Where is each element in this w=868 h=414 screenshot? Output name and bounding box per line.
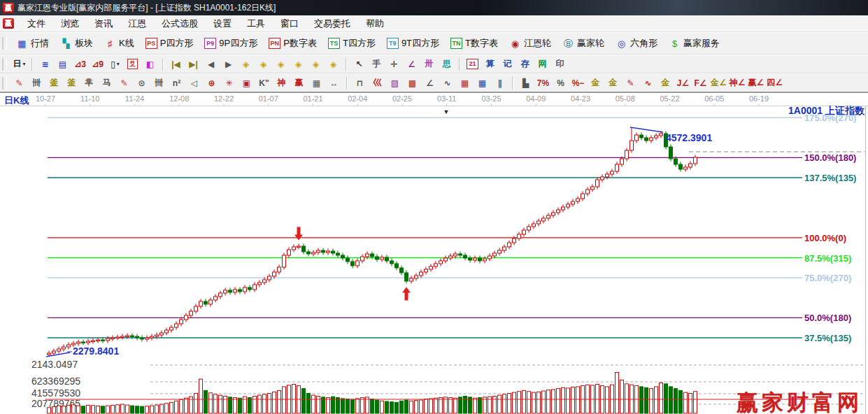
go-next-button[interactable]: ▶ [220, 57, 236, 72]
shen-grid-icon[interactable]: 神 [273, 76, 290, 91]
spiral-icon[interactable]: 马 [99, 76, 115, 91]
grid-target-icon[interactable]: ▣ [239, 76, 255, 91]
toolbar-hexagon[interactable]: ◎六角形 [610, 35, 663, 52]
gold-underline-icon[interactable]: 金 [657, 76, 674, 91]
chart-pane[interactable]: 10-2711-1011-2412-0812-2201-0701-2102-04… [0, 92, 868, 414]
win-grid-icon[interactable]: 赢 [291, 76, 307, 91]
menu-item-设置[interactable]: 设置 [206, 17, 239, 30]
go-prev-button[interactable]: ◀ [203, 57, 219, 72]
j-angle-icon[interactable]: J∠ [675, 76, 691, 91]
candle-style-dropdown[interactable]: ▯▾ [107, 57, 123, 72]
circle-target-icon[interactable]: ⊕ [204, 76, 220, 91]
diamond-compress-button[interactable]: ◈ [290, 57, 306, 72]
gold-line-icon[interactable]: 金 [605, 76, 621, 91]
angle-measure-icon[interactable]: ∠ [404, 57, 420, 72]
export-icon[interactable]: 网 [534, 57, 550, 72]
menu-item-江恩[interactable]: 江恩 [120, 17, 154, 30]
menu-item-窗口[interactable]: 窗口 [273, 17, 306, 30]
notes-icon[interactable]: 记 [499, 57, 515, 72]
fan-lines-icon[interactable]: 巛 [369, 76, 385, 91]
freehand-icon[interactable]: ≋ [37, 57, 53, 72]
n2-icon[interactable]: n² [169, 76, 185, 91]
f-ruler-icon[interactable]: 芈 [81, 76, 97, 91]
toolbar-p-square[interactable]: PSP四方形 [140, 35, 199, 52]
menu-item-文件[interactable]: 文件 [20, 17, 53, 30]
pattern-box-icon[interactable]: 爻 [124, 57, 141, 72]
save-icon[interactable]: 存 [517, 57, 533, 72]
gold-angle-icon[interactable]: 金∠ [710, 76, 727, 91]
tsquare-icon[interactable]: ⊓ [352, 76, 368, 91]
cursor-arrow-icon[interactable]: ↖ [351, 57, 367, 72]
brain-icon[interactable]: 思 [439, 57, 455, 72]
shen-angle-icon[interactable]: 神∠ [729, 76, 746, 91]
period-dropdown[interactable]: 日▾ [11, 57, 27, 72]
menu-item-帮助[interactable]: 帮助 [358, 17, 392, 30]
title-bar[interactable]: 赢 赢家江恩专业版[赢家内部服务平台] - [上证指数 SH1A0001-162… [0, 0, 868, 15]
ticks-icon[interactable]: 卌 [151, 76, 167, 91]
wave-icon[interactable]: ∿ [439, 76, 455, 91]
toolbar-quotes[interactable]: ▦行情 [10, 35, 55, 52]
toolbar-grip[interactable] [2, 58, 7, 71]
menu-item-交易委托[interactable]: 交易委托 [306, 17, 358, 30]
toolbar-grip[interactable] [2, 37, 7, 50]
percent-icon[interactable]: % [553, 76, 569, 91]
diamond-star-button[interactable]: ◈ [308, 57, 324, 72]
toolbar-winner-service[interactable]: $赢家服务 [663, 35, 725, 52]
draw-pencil-icon[interactable]: ✎ [11, 76, 27, 91]
grid-red-icon[interactable]: ▦ [457, 76, 473, 91]
four-angle-icon[interactable]: 四∠ [766, 76, 783, 91]
box-fan-icon[interactable]: ▨ [387, 76, 403, 91]
memo-icon[interactable]: ▤ [55, 57, 71, 72]
gold-gann-icon[interactable]: 釜 [46, 76, 62, 91]
period-label[interactable]: 日K线 [4, 95, 29, 106]
k-quote-icon[interactable]: K" [256, 76, 272, 91]
toolbar-grip[interactable] [2, 77, 7, 90]
calendar-icon[interactable]: 21 [464, 57, 481, 72]
box-star-icon[interactable]: ▩ [404, 76, 420, 91]
starburst-icon[interactable]: ✳ [221, 76, 237, 91]
calculator-icon[interactable]: 算 [482, 57, 498, 72]
diamond-width-button[interactable]: ◈ [273, 57, 289, 72]
print-icon[interactable]: 印 [552, 57, 568, 72]
grid-blue-icon[interactable]: ▦ [474, 76, 490, 91]
menu-item-浏览[interactable]: 浏览 [53, 17, 87, 30]
toolbar-t-table[interactable]: TNT数字表 [445, 35, 504, 52]
f-angle-icon[interactable]: F∠ [692, 76, 709, 91]
toolbar-winner-wheel[interactable]: Ⓑ赢家轮 [557, 35, 610, 52]
menu-item-资讯[interactable]: 资讯 [87, 17, 120, 30]
diamond-shrink-x-button[interactable]: ◈ [238, 57, 254, 72]
win-angle-icon[interactable]: 赢∠ [748, 76, 765, 91]
angle-lines-icon[interactable]: ∠ [422, 76, 438, 91]
minibars-3-icon[interactable]: ⊿3 [72, 57, 88, 72]
gann-fork-icon[interactable]: 卅 [421, 57, 437, 72]
crosshair-icon[interactable]: ✛ [386, 57, 402, 72]
go-last-button[interactable]: ▶| [185, 57, 201, 72]
toolbar-t-square[interactable]: TST四方形 [322, 35, 381, 52]
price-scale-icon[interactable]: ▙ [518, 76, 534, 91]
flag-icon[interactable]: ◁ [186, 76, 202, 91]
menu-item-工具[interactable]: 工具 [239, 17, 273, 30]
toolbar-gann-wheel[interactable]: ◉江恩轮 [504, 35, 557, 52]
percent-line-icon[interactable]: %− [570, 76, 586, 91]
percent-7-icon[interactable]: 7% [535, 76, 551, 91]
wave-channel-icon[interactable]: ∿ [640, 76, 656, 91]
menu-item-公式选股[interactable]: 公式选股 [154, 17, 206, 30]
arrows-lr-icon[interactable]: ↔ [326, 76, 342, 91]
kline-chart-canvas[interactable]: 10-2711-1011-2412-0812-2201-0701-2102-04… [0, 92, 868, 414]
scroll-position-marker[interactable]: ▼ [443, 108, 450, 115]
toolbar-p-table[interactable]: PNP数字表 [263, 35, 322, 52]
gold-gann2-icon[interactable]: 釜 [64, 76, 80, 91]
diamond-expand-all-button[interactable]: ◈ [325, 57, 341, 72]
minibars-9-icon[interactable]: ⊿9 [90, 57, 106, 72]
go-first-button[interactable]: |◀ [168, 57, 184, 72]
pencil-measure-icon[interactable]: ✎ [116, 76, 132, 91]
parallel-lines-icon[interactable]: ∥ [492, 76, 508, 91]
color-chart-icon[interactable]: ◧ [142, 57, 158, 72]
ruler-ticks-icon[interactable]: 卌 [29, 76, 45, 91]
brush-icon[interactable]: ✎ [622, 76, 639, 91]
toolbar-sectors[interactable]: ▚板块 [55, 35, 99, 52]
toolbar-kline[interactable]: ♯K线 [99, 35, 140, 52]
gold-circle-icon[interactable]: 金 [588, 76, 604, 91]
toolbar-9p-square[interactable]: P99P四方形 [199, 35, 263, 52]
diamond-expand-x-button[interactable]: ◈ [255, 57, 271, 72]
